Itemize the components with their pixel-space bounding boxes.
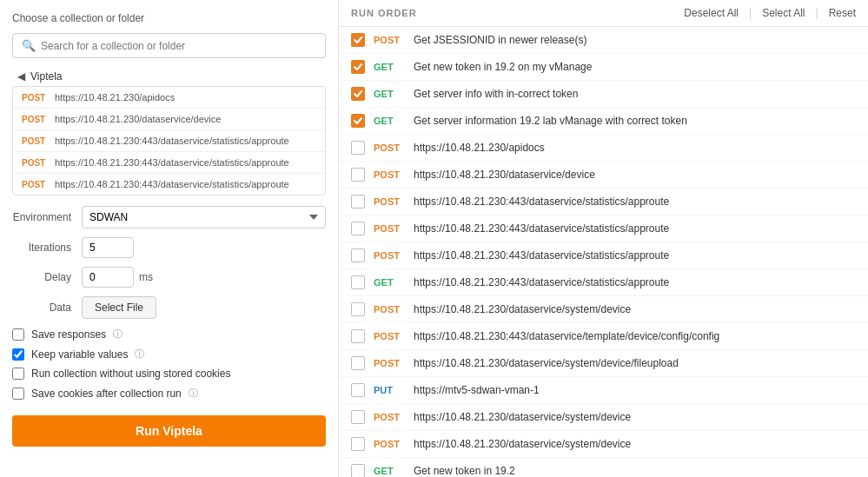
- run-item-method: POST: [374, 223, 405, 234]
- collection-item-url: https://10.48.21.230:443/dataservice/sta…: [55, 179, 289, 189]
- run-item: POSThttps://10.48.21.230/dataservice/sys…: [339, 404, 868, 431]
- run-item: GEThttps://10.48.21.230:443/dataservice/…: [339, 269, 868, 296]
- run-item: POSThttps://10.48.21.230/dataservice/dev…: [339, 162, 868, 189]
- checkbox-no-cookies[interactable]: [12, 368, 24, 380]
- run-item-method: GET: [374, 62, 405, 72]
- run-item-checkbox[interactable]: [351, 60, 365, 74]
- select-all-link[interactable]: Select All: [762, 7, 805, 19]
- checkbox-label-no-cookies: Run collection without using stored cook…: [31, 368, 230, 380]
- run-item-checkbox[interactable]: [351, 464, 365, 477]
- info-icon-save-cookies[interactable]: ⓘ: [189, 387, 198, 400]
- collection-list-item[interactable]: POST https://10.48.21.230:443/dataservic…: [13, 174, 325, 195]
- reset-link[interactable]: Reset: [829, 7, 856, 19]
- run-item-label: https://10.48.21.230/dataservice/device: [414, 169, 595, 181]
- run-item-method: POST: [374, 169, 405, 180]
- run-item-method: POST: [374, 304, 405, 315]
- checkbox-save-responses[interactable]: [12, 328, 24, 341]
- checkbox-checked-icon: [351, 60, 365, 74]
- separator-1: |: [749, 7, 752, 19]
- run-item-checkbox[interactable]: [351, 356, 365, 370]
- collection-list-item[interactable]: POST https://10.48.21.230:443/dataservic…: [13, 130, 325, 152]
- run-item: POSThttps://10.48.21.230/apidocs: [339, 135, 868, 162]
- checkbox-unchecked-icon: [351, 383, 365, 397]
- run-item-method: PUT: [374, 385, 405, 395]
- method-badge: POST: [22, 93, 50, 103]
- run-item: POSThttps://10.48.21.230/dataservice/sys…: [339, 431, 868, 458]
- run-item-method: POST: [374, 439, 405, 449]
- run-item-checkbox[interactable]: [351, 222, 365, 235]
- run-item-checkbox[interactable]: [351, 410, 365, 424]
- run-item-label: https://10.48.21.230/dataservice/system/…: [414, 303, 631, 315]
- run-item-label: https://10.48.21.230:443/dataservice/sta…: [414, 222, 669, 235]
- right-panel: RUN ORDER Deselect All | Select All | Re…: [339, 0, 868, 477]
- checkbox-keep-variable[interactable]: [12, 348, 24, 361]
- environment-control: SDWANProductionDevelopment: [82, 206, 326, 229]
- header-actions: Deselect All | Select All | Reset: [684, 7, 856, 19]
- run-item-method: POST: [374, 358, 405, 368]
- run-item-label: https://10.48.21.230/dataservice/system/…: [414, 438, 631, 450]
- method-badge: POST: [22, 158, 50, 168]
- run-item-method: POST: [374, 142, 405, 153]
- run-item-checkbox[interactable]: [351, 87, 365, 101]
- collection-item-url: https://10.48.21.230/apidocs: [55, 92, 175, 103]
- checkbox-unchecked-icon: [351, 356, 365, 370]
- run-item-checkbox[interactable]: [351, 275, 365, 289]
- search-box: 🔍: [12, 33, 326, 58]
- run-item-label: Get new token in 19.2 on my vManage: [414, 61, 592, 73]
- run-item-checkbox[interactable]: [351, 248, 365, 262]
- info-icon-keep-variable[interactable]: ⓘ: [135, 348, 144, 361]
- checkbox-unchecked-icon: [351, 141, 365, 155]
- collection-list-item[interactable]: POST https://10.48.21.230/apidocs: [13, 87, 325, 109]
- ms-label: ms: [139, 271, 153, 283]
- search-input[interactable]: [41, 40, 316, 52]
- select-file-button[interactable]: Select File: [82, 296, 156, 319]
- run-item: POSThttps://10.48.21.230:443/dataservice…: [339, 215, 868, 242]
- run-item-label: Get JSESSIONID in newer release(s): [414, 34, 586, 46]
- run-item-label: https://mtv5-sdwan-vman-1: [414, 384, 540, 396]
- checkbox-row-keep-variable: Keep variable valuesⓘ: [12, 348, 326, 361]
- method-badge: POST: [22, 136, 50, 146]
- checkbox-save-cookies[interactable]: [12, 388, 24, 400]
- run-item-checkbox[interactable]: [351, 141, 365, 155]
- environment-row: Environment SDWANProductionDevelopment: [12, 206, 326, 229]
- environment-label: Environment: [12, 211, 82, 223]
- delay-row: Delay ms: [12, 267, 326, 288]
- run-item: POSTGet JSESSIONID in newer release(s): [339, 27, 868, 54]
- run-order-title: RUN ORDER: [351, 8, 417, 18]
- info-icon-save-responses[interactable]: ⓘ: [113, 328, 123, 341]
- collection-list-item[interactable]: POST https://10.48.21.230:443/dataservic…: [13, 152, 325, 174]
- run-item-label: Get server information 19.2 lab vManage …: [414, 115, 687, 127]
- checkbox-unchecked-icon: [351, 222, 365, 235]
- iterations-input[interactable]: [82, 237, 134, 258]
- run-item-checkbox[interactable]: [351, 33, 365, 47]
- run-button[interactable]: Run Viptela: [12, 415, 326, 447]
- run-item-checkbox[interactable]: [351, 329, 365, 343]
- run-item-label: https://10.48.21.230/dataservice/system/…: [414, 411, 631, 423]
- checkbox-unchecked-icon: [351, 302, 365, 316]
- checkbox-checked-icon: [351, 114, 365, 128]
- run-item-checkbox[interactable]: [351, 195, 365, 209]
- run-item-method: POST: [374, 250, 405, 261]
- run-item-method: POST: [374, 196, 405, 207]
- delay-input[interactable]: [82, 267, 134, 288]
- checkbox-unchecked-icon: [351, 248, 365, 262]
- run-item: POSThttps://10.48.21.230/dataservice/sys…: [339, 350, 868, 377]
- run-item-label: Get new token in 19.2: [414, 465, 515, 477]
- run-item-checkbox[interactable]: [351, 168, 365, 182]
- deselect-all-link[interactable]: Deselect All: [684, 7, 739, 19]
- iterations-control: [82, 237, 326, 258]
- run-item-checkbox[interactable]: [351, 302, 365, 316]
- collection-item-url: https://10.48.21.230/dataservice/device: [55, 114, 221, 124]
- run-item-checkbox[interactable]: [351, 114, 365, 128]
- run-item-checkbox[interactable]: [351, 383, 365, 397]
- run-item-checkbox[interactable]: [351, 437, 365, 451]
- run-item: POSThttps://10.48.21.230/dataservice/sys…: [339, 296, 868, 323]
- data-label: Data: [12, 301, 82, 314]
- run-list: POSTGet JSESSIONID in newer release(s) G…: [339, 27, 868, 477]
- collection-list-item[interactable]: POST https://10.48.21.230/dataservice/de…: [13, 109, 325, 130]
- folder-item[interactable]: ◀ Viptela: [12, 67, 326, 86]
- environment-select[interactable]: SDWANProductionDevelopment: [82, 206, 326, 229]
- checkbox-unchecked-icon: [351, 410, 365, 424]
- iterations-label: Iterations: [12, 242, 82, 254]
- checkbox-label-save-responses: Save responses: [31, 328, 106, 341]
